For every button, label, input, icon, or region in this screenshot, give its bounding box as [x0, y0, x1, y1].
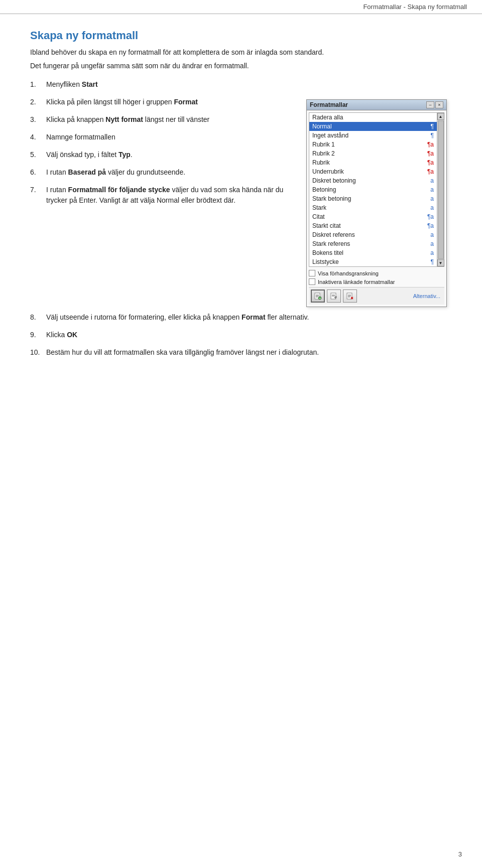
step-8-number: 8.	[30, 312, 46, 323]
step-6-number: 6.	[30, 167, 46, 178]
style-item-betoning[interactable]: Betoning a	[309, 185, 437, 194]
alternativ-button[interactable]: Alternativ...	[411, 292, 442, 300]
close-button[interactable]: ×	[435, 101, 443, 108]
step-8-text: Välj utseende i rutorna för formatering,…	[46, 312, 309, 323]
style-item-stark-referens[interactable]: Stark referens a	[309, 239, 437, 248]
step-5-number: 5.	[30, 150, 46, 160]
step-2-number: 2.	[30, 97, 46, 107]
style-item-diskret-referens[interactable]: Diskret referens a	[309, 230, 437, 239]
style-item-rubrik1[interactable]: Rubrik 1 ¶a	[309, 140, 437, 149]
step-2-text: Klicka på pilen längst till höger i grup…	[46, 97, 198, 107]
scroll-thumb[interactable]	[438, 120, 444, 259]
step-9-text: Klicka OK	[46, 330, 77, 340]
step-3: 3. Klicka på knappen Nytt format längst …	[30, 114, 291, 125]
dialog-title-text: Formatmallar	[310, 101, 348, 108]
styles-list[interactable]: Radera alla Normal ¶ Inget avstånd	[309, 113, 437, 266]
intro-line-1: Ibland behöver du skapa en ny formatmall…	[30, 47, 452, 58]
step-4-number: 4.	[30, 132, 46, 142]
step-10-number: 10.	[30, 347, 46, 358]
step-3-number: 3.	[30, 114, 46, 125]
bottom-steps: 8. Välj utseende i rutorna för formateri…	[30, 312, 452, 365]
checkbox-preview[interactable]	[309, 270, 315, 276]
step-4-text: Namnge formatmallen	[46, 132, 115, 142]
step-7-text: I rutan Formatmall för följande stycke v…	[46, 185, 291, 206]
steps-column: 1. Menyfliken Start 2. Klicka på pilen l…	[30, 79, 291, 213]
step-5-text: Välj önskad typ, i fältet Typ.	[46, 150, 133, 160]
step-1-text: Menyfliken Start	[46, 79, 98, 90]
step-6: 6. I rutan Baserad på väljer du grunduts…	[30, 167, 291, 178]
style-item-stark[interactable]: Stark a	[309, 203, 437, 212]
checkbox-disable-linked[interactable]	[309, 278, 315, 285]
step-9: 9. Klicka OK	[30, 330, 452, 340]
style-item-radera-alla[interactable]: Radera alla	[309, 113, 437, 122]
delete-style-icon	[346, 292, 354, 300]
page-number: 3	[458, 850, 462, 858]
checkbox-preview-label: Visa förhandsgranskning	[318, 270, 379, 276]
checkbox-row-1: Visa förhandsgranskning	[309, 270, 444, 276]
page-title: Skapa ny formatmall	[30, 29, 452, 42]
dialog-body: Radera alla Normal ¶ Inget avstånd	[307, 110, 446, 307]
style-item-bokens-titel[interactable]: Bokens titel a	[309, 248, 437, 257]
dialog-title-buttons: – ×	[426, 101, 443, 108]
style-item-underrubrik[interactable]: Underrubrik ¶a	[309, 167, 437, 176]
svg-text:+: +	[319, 297, 321, 300]
styles-scrollbar[interactable]: ▲ ▼	[437, 113, 444, 266]
scroll-up-arrow[interactable]: ▲	[437, 113, 444, 120]
edit-style-icon	[330, 292, 338, 300]
step-10-text: Bestäm hur du vill att formatmallen ska …	[46, 347, 319, 358]
edit-style-button[interactable]	[327, 290, 341, 303]
step-7-number: 7.	[30, 185, 46, 206]
step-1: 1. Menyfliken Start	[30, 79, 291, 90]
style-item-normal[interactable]: Normal ¶	[309, 122, 437, 131]
step-4: 4. Namnge formatmallen	[30, 132, 291, 142]
style-item-rubrik[interactable]: Rubrik ¶a	[309, 158, 437, 167]
intro-line-2: Det fungerar på ungefär samma sätt som n…	[30, 61, 452, 71]
new-style-button[interactable]: +	[311, 290, 325, 303]
checkbox-disable-linked-label: Inaktivera länkade formatmallar	[318, 279, 395, 285]
style-item-inget-avstand[interactable]: Inget avstånd ¶	[309, 131, 437, 140]
step-2: 2. Klicka på pilen längst till höger i g…	[30, 97, 291, 107]
style-item-stark-betoning[interactable]: Stark betoning a	[309, 194, 437, 203]
step-10: 10. Bestäm hur du vill att formatmallen …	[30, 347, 452, 358]
dialog-column: Formatmallar – × Radera alla	[306, 99, 452, 307]
step-3-text: Klicka på knappen Nytt format längst ner…	[46, 114, 209, 125]
page-header: Formatmallar - Skapa ny formatmall	[0, 0, 482, 14]
style-item-diskret-betoning[interactable]: Diskret betoning a	[309, 176, 437, 185]
new-style-icon: +	[314, 292, 322, 300]
dialog-window: Formatmallar – × Radera alla	[306, 99, 447, 307]
step-9-number: 9.	[30, 330, 46, 340]
step-7: 7. I rutan Formatmall för följande styck…	[30, 185, 291, 206]
scroll-down-arrow[interactable]: ▼	[437, 259, 444, 266]
style-item-rubrik2[interactable]: Rubrik 2 ¶a	[309, 149, 437, 158]
style-item-starkt-citat[interactable]: Starkt citat ¶a	[309, 221, 437, 230]
minimize-button[interactable]: –	[426, 101, 434, 108]
main-layout: 1. Menyfliken Start 2. Klicka på pilen l…	[30, 79, 452, 307]
dialog-footer: +	[309, 287, 444, 305]
dialog-title-bar: Formatmallar – ×	[307, 100, 446, 110]
step-1-number: 1.	[30, 79, 46, 90]
style-item-citat[interactable]: Citat ¶a	[309, 212, 437, 221]
header-title: Formatmallar - Skapa ny formatmall	[363, 3, 467, 11]
page-footer: 3	[458, 850, 462, 858]
styles-list-container: Radera alla Normal ¶ Inget avstånd	[309, 112, 444, 267]
step-8: 8. Välj utseende i rutorna för formateri…	[30, 312, 452, 323]
step-5: 5. Välj önskad typ, i fältet Typ.	[30, 150, 291, 160]
checkbox-row-2: Inaktivera länkade formatmallar	[309, 278, 444, 285]
delete-style-button[interactable]	[343, 290, 357, 303]
style-item-liststycke[interactable]: Liststycke ¶	[309, 257, 437, 266]
page-content: Skapa ny formatmall Ibland behöver du sk…	[0, 14, 482, 385]
step-6-text: I rutan Baserad på väljer du grundutseen…	[46, 167, 185, 178]
